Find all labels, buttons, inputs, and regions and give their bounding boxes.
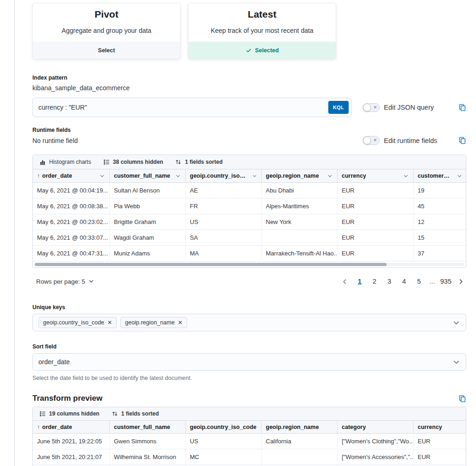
unique-keys-label: Unique keys [32, 304, 466, 311]
cell-order-date: May 6, 2021 @ 00:33:07... [33, 230, 110, 245]
sort-ascending-icon: ↑ [37, 173, 40, 179]
column-header-currency[interactable]: currency [413, 421, 466, 433]
column-header-order-date[interactable]: ↑ order_date [33, 421, 110, 433]
rows-per-page-button[interactable]: Rows per page: 5 [32, 278, 94, 285]
query-bar[interactable]: KQL [32, 98, 352, 117]
next-page-button[interactable] [455, 275, 466, 287]
fields-sorted-button[interactable]: 1 fields sorted [175, 159, 222, 165]
column-header-customer-full-name[interactable]: customer_full_name [110, 421, 186, 433]
scrollbar-track[interactable] [35, 263, 464, 266]
chevron-down-icon[interactable] [457, 173, 463, 179]
preview-data-grid: 19 columns hidden 1 fields sorted ↑ orde… [32, 407, 466, 466]
preview-grid-header: ↑ order_date customer_full_name geoip.co… [33, 421, 466, 434]
column-header-customer-full-name[interactable]: customer_full_name [110, 169, 186, 182]
cell-order-date: May 6, 2021 @ 00:47:31... [33, 246, 110, 261]
pivot-select-button[interactable]: Select [33, 42, 180, 59]
cell-customer-full-name: Wilhemina St. Morrison [110, 449, 186, 465]
column-header-customer-id[interactable]: customer_id [413, 169, 466, 182]
edit-runtime-toggle[interactable]: ✕ [363, 136, 380, 145]
columns-icon [39, 410, 46, 417]
chevron-down-icon[interactable] [252, 173, 257, 179]
page-number-2[interactable]: 2 [369, 275, 380, 287]
index-pattern-label: Index pattern [32, 75, 466, 81]
scrollbar-thumb[interactable] [35, 263, 387, 266]
column-header-region-name[interactable]: geoip.region_name [262, 421, 338, 433]
chevron-down-icon [452, 358, 460, 366]
cell-country-iso-code: US [186, 434, 262, 449]
edit-json-label[interactable]: Edit JSON query [384, 104, 434, 111]
page-number-3[interactable]: 3 [384, 275, 395, 287]
remove-pill-icon[interactable]: ✕ [107, 320, 112, 325]
chevron-down-icon[interactable] [403, 173, 409, 179]
runtime-fields-label: Runtime fields [32, 127, 466, 133]
fields-sorted-button[interactable]: 1 fields sorted [112, 410, 159, 417]
cell-customer-id: 37 [413, 246, 466, 261]
table-row[interactable]: May 6, 2021 @ 00:04:19... Sultan Al Bens… [33, 183, 466, 199]
chevron-down-icon[interactable] [452, 319, 460, 327]
table-row[interactable]: May 6, 2021 @ 00:33:07... Wagdi Graham S… [33, 230, 466, 246]
edit-json-toggle[interactable]: ✕ [363, 103, 380, 112]
sort-fields-icon [175, 159, 182, 165]
page-number-last[interactable]: 935 [440, 275, 451, 287]
kql-language-button[interactable]: KQL [328, 101, 349, 114]
remove-pill-icon[interactable]: ✕ [178, 320, 182, 325]
toggle-thumb [363, 104, 371, 112]
pivot-card[interactable]: Pivot Aggregate and group your data Sele… [32, 3, 181, 59]
previous-page-button[interactable] [339, 275, 351, 287]
page-number-1[interactable]: 1 [354, 275, 365, 287]
chevron-down-icon[interactable] [99, 173, 105, 179]
copy-runtime-icon[interactable] [458, 137, 466, 144]
column-header-order-date[interactable]: ↑ order_date [33, 169, 110, 182]
sort-field-select[interactable]: order_date [32, 353, 466, 371]
table-row[interactable]: June 5th 2021, 19:22:05 Gwen Simmons US … [33, 434, 466, 449]
columns-hidden-button[interactable]: 38 columns hidden [103, 159, 163, 165]
edit-runtime-label[interactable]: Edit runtime fields [384, 137, 437, 144]
latest-card[interactable]: Latest Keep track of your most recent da… [188, 3, 336, 59]
column-header-category[interactable]: category [338, 421, 413, 433]
unique-key-pill[interactable]: geoip.region_name ✕ [120, 317, 187, 328]
cell-currency: EUR [338, 183, 413, 198]
cell-customer-id: 12 [413, 214, 466, 230]
page-number-4[interactable]: 4 [399, 275, 410, 287]
cell-customer-full-name: Sultan Al Benson [110, 183, 186, 198]
cell-currency: EUR [338, 199, 413, 214]
chevron-down-icon[interactable] [175, 173, 181, 179]
unique-keys-combobox[interactable]: geoip.country_iso_code ✕ geoip.region_na… [32, 314, 466, 331]
copy-preview-icon[interactable] [458, 395, 466, 403]
column-header-country-iso-code[interactable]: geoip.country_iso_co... [186, 169, 262, 182]
latest-card-description: Keep track of your most recent data [188, 27, 336, 34]
query-row: KQL ✕ Edit JSON query [32, 98, 466, 117]
column-header-currency[interactable]: currency [338, 169, 413, 182]
toggle-off-icon: ✕ [373, 106, 377, 110]
column-header-country-iso-code[interactable]: geoip.country_iso_code [186, 421, 262, 433]
cell-country-iso-code: AE [186, 183, 262, 198]
preview-grid-toolbar: 19 columns hidden 1 fields sorted [33, 407, 466, 421]
page-number-5[interactable]: 5 [413, 275, 425, 287]
table-row[interactable]: May 6, 2021 @ 00:23:02... Brigitte Graha… [33, 214, 466, 230]
cell-country-iso-code: MA [186, 246, 262, 261]
cell-region-name: Marrakech-Tensift-Al Hao... [262, 246, 338, 261]
unique-key-pill[interactable]: geoip.country_iso_code ✕ [38, 317, 117, 328]
sort-field-value: order_date [38, 358, 70, 366]
cell-currency: EUR [413, 449, 466, 465]
cell-customer-id: 15 [413, 230, 466, 245]
cell-region-name: Alpes-Maritimes [262, 199, 338, 214]
column-header-region-name[interactable]: geoip.region_name [262, 169, 338, 182]
copy-query-icon[interactable] [458, 104, 466, 112]
histogram-charts-button[interactable]: Histogram charts [39, 159, 91, 165]
cell-customer-full-name: Gwen Simmons [110, 434, 186, 449]
columns-hidden-button[interactable]: 19 columns hidden [39, 410, 100, 417]
cell-currency: EUR [338, 230, 413, 245]
latest-selected-button[interactable]: Selected [188, 42, 336, 59]
table-row[interactable]: June 5th 2021, 20:21:07 Wilhemina St. Mo… [33, 449, 466, 465]
table-row[interactable]: May 6, 2021 @ 00:08:38... Pia Webb FR Al… [33, 199, 466, 214]
cell-order-date: June 5th 2021, 19:22:05 [33, 434, 110, 449]
pivot-card-title: Pivot [33, 9, 180, 20]
chevron-down-icon[interactable] [327, 173, 333, 179]
source-data-grid: Histogram charts 38 columns hidden 1 fie… [32, 155, 466, 268]
index-pattern-value: kibana_sample_data_ecommerce [32, 84, 466, 92]
preview-grid-body: June 5th 2021, 19:22:05 Gwen Simmons US … [33, 434, 466, 466]
query-input[interactable] [38, 104, 328, 111]
cell-region-name: Abu Dhabi [262, 183, 338, 198]
table-row[interactable]: May 6, 2021 @ 00:47:31... Muniz Adams MA… [33, 246, 466, 261]
